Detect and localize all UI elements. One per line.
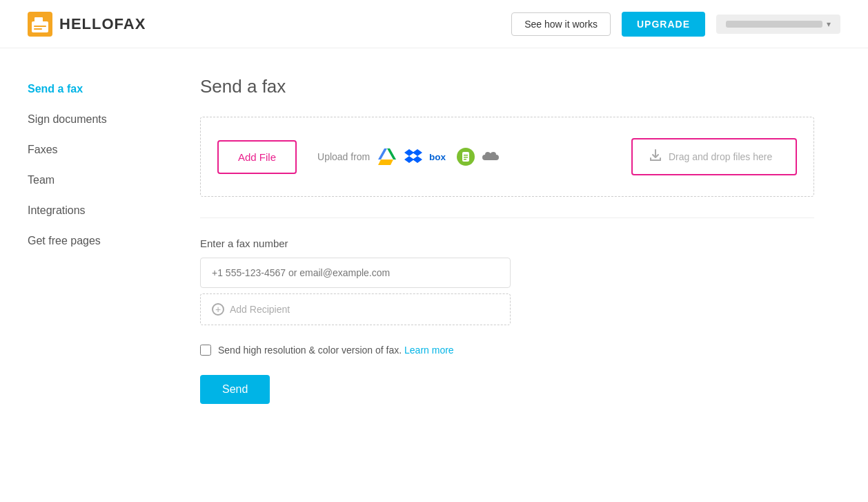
drag-drop-label: Drag and drop files here: [669, 151, 772, 162]
page-title: Send a fax: [200, 76, 814, 97]
sidebar-item-team[interactable]: Team: [28, 167, 159, 193]
upload-from-label: Upload from: [317, 151, 370, 162]
add-recipient-label: Add Recipient: [230, 304, 290, 315]
high-resolution-label: Send high resolution & color version of …: [218, 345, 454, 356]
plus-circle-icon: +: [212, 303, 224, 316]
svg-rect-11: [464, 157, 468, 158]
header-right: See how it works UPGRADE ▾: [511, 12, 840, 37]
page-layout: Send a fax Sign documents Faxes Team Int…: [0, 48, 868, 502]
dropbox-icon[interactable]: [403, 148, 424, 165]
drag-drop-area[interactable]: Drag and drop files here: [631, 138, 797, 175]
fax-number-section: Enter a fax number + Add Recipient: [200, 238, 814, 325]
add-file-button[interactable]: Add File: [217, 140, 297, 174]
onedrive-icon[interactable]: [482, 148, 502, 165]
user-name-bar: [726, 21, 822, 28]
sidebar-item-send-fax[interactable]: Send a fax: [28, 76, 159, 102]
logo: HELLOFAX: [28, 12, 146, 37]
fax-number-label: Enter a fax number: [200, 238, 814, 249]
user-dropdown[interactable]: ▾: [716, 15, 840, 34]
chevron-down-icon: ▾: [827, 19, 831, 29]
svg-marker-7: [378, 160, 393, 165]
see-how-button[interactable]: See how it works: [511, 12, 611, 36]
section-divider: [200, 218, 814, 218]
box-icon[interactable]: box: [429, 148, 450, 165]
sidebar-item-integrations[interactable]: Integrations: [28, 197, 159, 224]
main-content: Send a fax Add File Upload from: [186, 48, 849, 502]
upload-icons: box: [377, 148, 502, 165]
svg-text:box: box: [429, 152, 446, 162]
sidebar-item-sign-documents[interactable]: Sign documents: [28, 106, 159, 133]
download-icon: [649, 149, 662, 164]
fax-number-input[interactable]: [200, 258, 511, 288]
evernote-icon[interactable]: [455, 148, 476, 165]
svg-rect-4: [34, 28, 42, 30]
svg-rect-2: [34, 17, 43, 23]
high-resolution-row: Send high resolution & color version of …: [200, 345, 814, 356]
svg-rect-3: [34, 26, 46, 27]
logo-text: HELLOFAX: [59, 15, 146, 33]
sidebar-item-faxes[interactable]: Faxes: [28, 137, 159, 163]
send-button[interactable]: Send: [200, 375, 270, 404]
header: HELLOFAX See how it works UPGRADE ▾: [0, 0, 868, 48]
high-resolution-checkbox[interactable]: [200, 345, 211, 356]
google-drive-icon[interactable]: [377, 148, 397, 165]
sidebar-item-get-free-pages[interactable]: Get free pages: [28, 228, 159, 254]
upgrade-button[interactable]: UPGRADE: [622, 12, 705, 37]
svg-marker-6: [378, 148, 387, 160]
learn-more-link[interactable]: Learn more: [404, 345, 454, 356]
add-recipient-button[interactable]: + Add Recipient: [200, 293, 511, 325]
logo-icon: [28, 12, 52, 37]
svg-rect-12: [464, 159, 466, 160]
svg-rect-10: [464, 155, 468, 156]
upload-area: Add File Upload from: [200, 117, 814, 197]
sidebar: Send a fax Sign documents Faxes Team Int…: [0, 48, 186, 502]
upload-from-section: Upload from: [317, 148, 502, 165]
